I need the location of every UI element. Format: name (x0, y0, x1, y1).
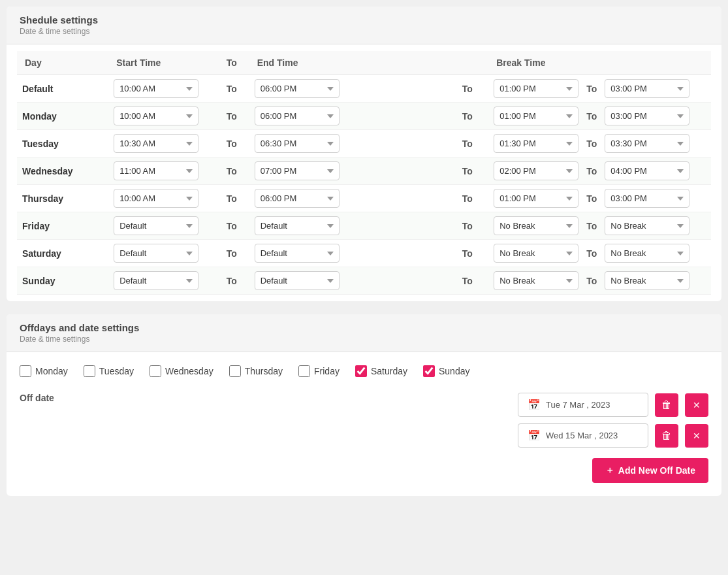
checkbox-monday[interactable] (20, 365, 31, 377)
end-time-select[interactable]: Default06:00 PM06:30 PM07:00 PM (255, 244, 340, 263)
checkbox-friday[interactable] (298, 365, 310, 377)
delete-offdate-button[interactable]: 🗑 (655, 424, 678, 448)
end-time-cell: Default05:00 PM05:30 PM06:00 PM06:30 PM0… (249, 157, 447, 185)
offdate-main-row: Off date 📅Tue 7 Mar , 2023🗑✕📅Wed 15 Mar … (20, 393, 708, 483)
end-time-select[interactable]: Default05:00 PM05:30 PM06:00 PM06:30 PM0… (255, 134, 340, 153)
offdate-label-area: Off date (20, 393, 507, 403)
start-time-select[interactable]: Default09:00 AM09:30 AM10:00 AM10:30 AM1… (114, 189, 198, 208)
checkbox-item-sunday: Sunday (423, 365, 469, 377)
end-time-select[interactable]: Default06:00 PM06:30 PM07:00 PM (255, 216, 340, 235)
end-time-select[interactable]: Default05:00 PM05:30 PM06:00 PM06:30 PM0… (255, 161, 340, 180)
delete-icon: 🗑 (661, 430, 672, 442)
break-time-cell: No Break12:00 PM12:30 PM01:00 PM01:30 PM… (488, 75, 711, 103)
to-label-2: To (447, 130, 489, 157)
start-time-select[interactable]: Default10:00 AM10:30 AM11:00 AM (114, 216, 198, 235)
cancel-offdate-button[interactable]: ✕ (685, 424, 708, 448)
day-cell: Monday (17, 103, 108, 130)
to-label-2: To (447, 212, 489, 240)
break-end-select[interactable]: No Break01:00 PM01:30 PM02:00 PM02:30 PM… (605, 134, 689, 153)
break-end-select[interactable]: No Break02:00 PM02:30 PM03:00 PM03:30 PM… (605, 271, 689, 290)
checkbox-thursday[interactable] (229, 365, 241, 377)
checkbox-label-friday: Friday (314, 366, 340, 376)
checkbox-tuesday[interactable] (84, 365, 95, 377)
add-button-row: ＋Add New Off Date (518, 454, 708, 483)
offdays-title: Offdays and date settings (20, 322, 708, 333)
break-end-select[interactable]: No Break01:00 PM01:30 PM02:00 PM02:30 PM… (605, 189, 689, 208)
break-start-select[interactable]: No Break01:00 PM01:30 PM02:00 PM (494, 244, 578, 263)
start-time-cell: Default10:00 AM10:30 AM11:00 AM (108, 267, 214, 295)
add-new-offdate-button[interactable]: ＋Add New Off Date (592, 458, 708, 483)
checkbox-item-wednesday: Wednesday (150, 365, 214, 377)
break-start-select[interactable]: No Break01:00 PM01:30 PM02:00 PM (494, 271, 578, 290)
break-end-select[interactable]: No Break01:00 PM01:30 PM02:00 PM02:30 PM… (605, 107, 689, 125)
break-end-select[interactable]: No Break02:00 PM02:30 PM03:00 PM03:30 PM… (605, 216, 689, 235)
start-time-cell: Default09:00 AM09:30 AM10:00 AM10:30 AM1… (108, 157, 214, 185)
to-label-break: To (584, 221, 599, 231)
start-time-select[interactable]: Default09:00 AM09:30 AM10:00 AM10:30 AM1… (114, 161, 198, 180)
start-time-select[interactable]: Default09:00 AM09:30 AM10:00 AM10:30 AM1… (114, 79, 198, 98)
end-time-select[interactable]: Default05:00 PM05:30 PM06:00 PM06:30 PM0… (255, 189, 340, 208)
start-time-select[interactable]: Default10:00 AM10:30 AM11:00 AM (114, 244, 198, 263)
delete-offdate-button[interactable]: 🗑 (655, 393, 678, 417)
schedule-table: Day Start Time To End Time Break Time De… (17, 51, 711, 295)
offdays-header: Offdays and date settings Date & time se… (7, 314, 721, 352)
checkbox-wednesday[interactable] (150, 365, 161, 377)
end-time-select[interactable]: Default05:00 PM05:30 PM06:00 PM06:30 PM0… (255, 107, 340, 125)
offdate-label: Off date (20, 393, 54, 403)
end-time-select[interactable]: Default05:00 PM05:30 PM06:00 PM06:30 PM0… (255, 79, 340, 98)
table-row: SaturdayDefault10:00 AM10:30 AM11:00 AMT… (17, 240, 711, 267)
to-label-1: To (214, 267, 249, 295)
schedule-title: Shedule settings (20, 14, 708, 25)
break-start-select[interactable]: No Break12:00 PM12:30 PM01:00 PM01:30 PM… (494, 107, 578, 125)
plus-icon: ＋ (605, 465, 614, 476)
date-picker-button[interactable]: 📅Tue 7 Mar , 2023 (518, 393, 648, 417)
checkbox-label-thursday: Thursday (245, 366, 283, 376)
break-time-cell: No Break12:00 PM12:30 PM01:00 PM01:30 PM… (488, 103, 711, 130)
col-end-time: End Time (249, 51, 447, 75)
start-time-cell: Default10:00 AM10:30 AM11:00 AM (108, 240, 214, 267)
table-row: MondayDefault09:00 AM09:30 AM10:00 AM10:… (17, 103, 711, 130)
offdate-row: 📅Tue 7 Mar , 2023🗑✕ (518, 393, 708, 417)
start-time-cell: Default09:00 AM09:30 AM10:00 AM10:30 AM1… (108, 130, 214, 157)
break-start-select[interactable]: No Break12:00 PM12:30 PM01:00 PM01:30 PM… (494, 161, 578, 180)
break-end-select[interactable]: No Break01:00 PM01:30 PM02:00 PM02:30 PM… (605, 79, 689, 98)
cancel-icon: ✕ (693, 431, 701, 441)
delete-icon: 🗑 (661, 399, 672, 411)
break-time-cell: No Break12:00 PM12:30 PM01:00 PM01:30 PM… (488, 157, 711, 185)
to-label-break: To (584, 276, 599, 286)
start-time-select[interactable]: Default10:00 AM10:30 AM11:00 AM (114, 271, 198, 290)
day-cell: Saturday (17, 240, 108, 267)
break-start-select[interactable]: No Break12:00 PM12:30 PM01:00 PM01:30 PM… (494, 79, 578, 98)
schedule-subtitle: Date & time settings (20, 27, 708, 36)
break-start-select[interactable]: No Break12:00 PM12:30 PM01:00 PM01:30 PM… (494, 134, 578, 153)
offdays-subtitle: Date & time settings (20, 335, 708, 344)
date-picker-button[interactable]: 📅Wed 15 Mar , 2023 (518, 423, 648, 448)
break-end-select[interactable]: No Break02:00 PM02:30 PM03:00 PM03:30 PM… (605, 244, 689, 263)
cancel-offdate-button[interactable]: ✕ (685, 393, 708, 417)
break-start-select[interactable]: No Break12:00 PM12:30 PM01:00 PM01:30 PM… (494, 189, 578, 208)
col-to2 (447, 51, 489, 75)
end-time-cell: Default05:00 PM05:30 PM06:00 PM06:30 PM0… (249, 103, 447, 130)
start-time-cell: Default09:00 AM09:30 AM10:00 AM10:30 AM1… (108, 103, 214, 130)
to-label-1: To (214, 240, 249, 267)
end-time-select[interactable]: Default06:00 PM06:30 PM07:00 PM (255, 271, 340, 290)
checkbox-saturday[interactable] (355, 365, 367, 377)
checkbox-item-tuesday: Tuesday (84, 365, 134, 377)
break-start-select[interactable]: No Break01:00 PM01:30 PM02:00 PM (494, 216, 578, 235)
to-label-2: To (447, 103, 489, 130)
to-label-2: To (447, 240, 489, 267)
to-label-break: To (584, 139, 599, 149)
offdays-card: Offdays and date settings Date & time se… (7, 314, 721, 496)
to-label-2: To (447, 157, 489, 185)
start-time-select[interactable]: Default09:00 AM09:30 AM10:00 AM10:30 AM1… (114, 134, 198, 153)
break-time-cell: No Break01:00 PM01:30 PM02:00 PMToNo Bre… (488, 240, 711, 267)
to-label-2: To (447, 267, 489, 295)
checkbox-label-monday: Monday (35, 366, 68, 376)
start-time-select[interactable]: Default09:00 AM09:30 AM10:00 AM10:30 AM1… (114, 107, 198, 125)
break-end-select[interactable]: No Break01:00 PM01:30 PM02:00 PM02:30 PM… (605, 161, 689, 180)
break-time-cell: No Break01:00 PM01:30 PM02:00 PMToNo Bre… (488, 212, 711, 240)
checkbox-label-tuesday: Tuesday (99, 366, 134, 376)
checkbox-sunday[interactable] (423, 365, 435, 377)
col-break-time: Break Time (488, 51, 711, 75)
checkbox-item-monday: Monday (20, 365, 68, 377)
